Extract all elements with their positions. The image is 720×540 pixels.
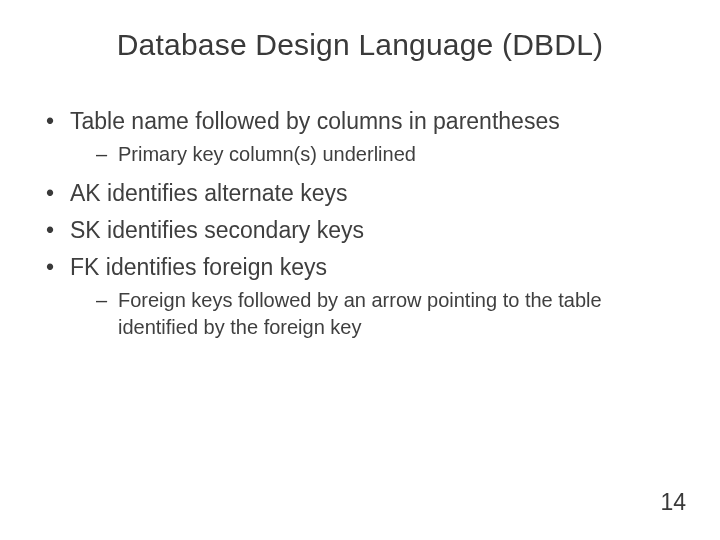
- sub-bullet-text: Foreign keys followed by an arrow pointi…: [118, 289, 602, 338]
- sub-bullet-item: Primary key column(s) underlined: [96, 141, 680, 168]
- bullet-item: Table name followed by columns in parent…: [42, 106, 680, 168]
- sub-bullet-item: Foreign keys followed by an arrow pointi…: [96, 287, 680, 341]
- sub-bullet-list: Primary key column(s) underlined: [96, 141, 680, 168]
- bullet-item: SK identifies secondary keys: [42, 215, 680, 246]
- sub-bullet-list: Foreign keys followed by an arrow pointi…: [96, 287, 680, 341]
- bullet-item: AK identifies alternate keys: [42, 178, 680, 209]
- sub-bullet-text: Primary key column(s) underlined: [118, 143, 416, 165]
- slide-title: Database Design Language (DBDL): [40, 28, 680, 62]
- bullet-text: FK identifies foreign keys: [70, 254, 327, 280]
- bullet-list: Table name followed by columns in parent…: [42, 106, 680, 341]
- bullet-text: SK identifies secondary keys: [70, 217, 364, 243]
- bullet-text: AK identifies alternate keys: [70, 180, 347, 206]
- bullet-item: FK identifies foreign keys Foreign keys …: [42, 252, 680, 341]
- page-number: 14: [660, 489, 686, 516]
- bullet-text: Table name followed by columns in parent…: [70, 108, 560, 134]
- slide: Database Design Language (DBDL) Table na…: [0, 0, 720, 540]
